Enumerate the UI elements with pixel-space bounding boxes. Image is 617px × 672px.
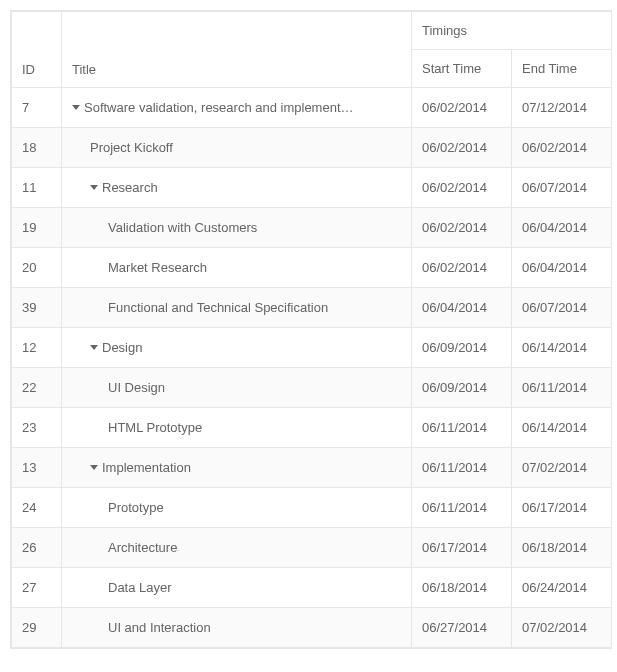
cell-id: 19 [12, 208, 62, 248]
cell-start-time: 06/09/2014 [412, 368, 512, 408]
cell-end-time: 07/12/2014 [512, 88, 612, 128]
chevron-down-icon[interactable] [90, 185, 98, 190]
title-text: Software validation, research and implem… [84, 100, 354, 115]
cell-start-time: 06/09/2014 [412, 328, 512, 368]
title-text: Project Kickoff [90, 140, 173, 155]
cell-end-time: 06/14/2014 [512, 408, 612, 448]
table-row[interactable]: 24Prototype06/11/201406/17/2014 [12, 488, 612, 528]
table-row[interactable]: 11Research06/02/201406/07/2014 [12, 168, 612, 208]
chevron-down-icon[interactable] [72, 105, 80, 110]
header-id[interactable]: ID [12, 12, 62, 88]
cell-title: Data Layer [62, 568, 412, 608]
cell-start-time: 06/11/2014 [412, 408, 512, 448]
table-row[interactable]: 22UI Design06/09/201406/11/2014 [12, 368, 612, 408]
table-row[interactable]: 27Data Layer06/18/201406/24/2014 [12, 568, 612, 608]
table-header: ID Title Timings Start Time End Time [12, 12, 612, 88]
cell-id: 39 [12, 288, 62, 328]
cell-end-time: 06/14/2014 [512, 328, 612, 368]
header-start-time[interactable]: Start Time [412, 50, 512, 88]
table-row[interactable]: 23HTML Prototype06/11/201406/14/2014 [12, 408, 612, 448]
cell-start-time: 06/04/2014 [412, 288, 512, 328]
cell-title: UI Design [62, 368, 412, 408]
cell-id: 20 [12, 248, 62, 288]
cell-end-time: 06/07/2014 [512, 168, 612, 208]
cell-end-time: 06/04/2014 [512, 208, 612, 248]
cell-id: 13 [12, 448, 62, 488]
cell-start-time: 06/02/2014 [412, 128, 512, 168]
cell-start-time: 06/17/2014 [412, 528, 512, 568]
title-text: Functional and Technical Specification [108, 300, 328, 315]
cell-end-time: 06/18/2014 [512, 528, 612, 568]
cell-end-time: 06/17/2014 [512, 488, 612, 528]
cell-title: Market Research [62, 248, 412, 288]
title-text: Design [102, 340, 142, 355]
cell-end-time: 07/02/2014 [512, 448, 612, 488]
cell-title: UI and Interaction [62, 608, 412, 648]
cell-start-time: 06/18/2014 [412, 568, 512, 608]
title-text: UI Design [108, 380, 165, 395]
title-text: Implementation [102, 460, 191, 475]
cell-start-time: 06/27/2014 [412, 608, 512, 648]
cell-id: 7 [12, 88, 62, 128]
cell-end-time: 06/04/2014 [512, 248, 612, 288]
chevron-down-icon[interactable] [90, 345, 98, 350]
chevron-down-icon[interactable] [90, 465, 98, 470]
cell-title: Prototype [62, 488, 412, 528]
cell-title: HTML Prototype [62, 408, 412, 448]
cell-id: 11 [12, 168, 62, 208]
title-text: Validation with Customers [108, 220, 257, 235]
header-title[interactable]: Title [62, 12, 412, 88]
cell-title: Implementation [62, 448, 412, 488]
table-row[interactable]: 20Market Research06/02/201406/04/2014 [12, 248, 612, 288]
table-body: 7Software validation, research and imple… [12, 88, 612, 648]
table-row[interactable]: 26Architecture06/17/201406/18/2014 [12, 528, 612, 568]
cell-start-time: 06/11/2014 [412, 448, 512, 488]
cell-title: Architecture [62, 528, 412, 568]
table-row[interactable]: 12Design06/09/201406/14/2014 [12, 328, 612, 368]
table-row[interactable]: 7Software validation, research and imple… [12, 88, 612, 128]
cell-title: Software validation, research and implem… [62, 88, 412, 128]
cell-title: Validation with Customers [62, 208, 412, 248]
cell-title: Functional and Technical Specification [62, 288, 412, 328]
title-text: Data Layer [108, 580, 172, 595]
title-text: UI and Interaction [108, 620, 211, 635]
table-row[interactable]: 39Functional and Technical Specification… [12, 288, 612, 328]
cell-id: 23 [12, 408, 62, 448]
cell-title: Design [62, 328, 412, 368]
cell-start-time: 06/02/2014 [412, 208, 512, 248]
table-row[interactable]: 18Project Kickoff06/02/201406/02/2014 [12, 128, 612, 168]
header-end-time[interactable]: End Time [512, 50, 612, 88]
table-row[interactable]: 13Implementation06/11/201407/02/2014 [12, 448, 612, 488]
title-text: Research [102, 180, 158, 195]
cell-end-time: 06/24/2014 [512, 568, 612, 608]
cell-start-time: 06/02/2014 [412, 88, 512, 128]
cell-title: Research [62, 168, 412, 208]
table-row[interactable]: 19Validation with Customers06/02/201406/… [12, 208, 612, 248]
cell-start-time: 06/02/2014 [412, 248, 512, 288]
cell-id: 12 [12, 328, 62, 368]
cell-id: 27 [12, 568, 62, 608]
title-text: Market Research [108, 260, 207, 275]
title-text: Architecture [108, 540, 177, 555]
cell-end-time: 06/02/2014 [512, 128, 612, 168]
tree-table: ID Title Timings Start Time End Time 7So… [10, 10, 612, 649]
cell-id: 18 [12, 128, 62, 168]
table-row[interactable]: 29UI and Interaction06/27/201407/02/2014 [12, 608, 612, 648]
cell-end-time: 06/11/2014 [512, 368, 612, 408]
cell-id: 26 [12, 528, 62, 568]
title-text: Prototype [108, 500, 164, 515]
cell-start-time: 06/11/2014 [412, 488, 512, 528]
cell-title: Project Kickoff [62, 128, 412, 168]
cell-id: 22 [12, 368, 62, 408]
cell-end-time: 06/07/2014 [512, 288, 612, 328]
cell-id: 29 [12, 608, 62, 648]
header-timings[interactable]: Timings [412, 12, 612, 50]
cell-end-time: 07/02/2014 [512, 608, 612, 648]
title-text: HTML Prototype [108, 420, 202, 435]
cell-start-time: 06/02/2014 [412, 168, 512, 208]
cell-id: 24 [12, 488, 62, 528]
